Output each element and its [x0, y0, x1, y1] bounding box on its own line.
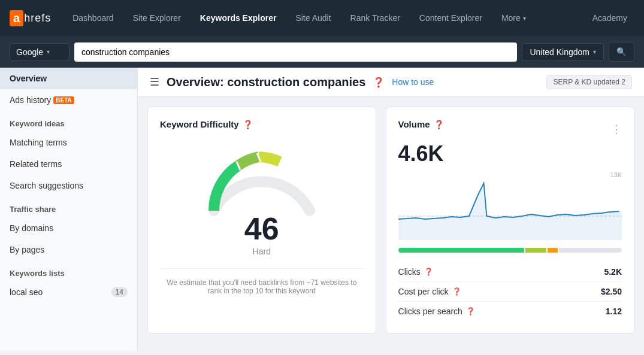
progress-gray	[559, 248, 622, 253]
sidebar-item-search-suggestions[interactable]: Search suggestions	[0, 175, 137, 196]
content-header: ☰ Overview: construction companies ❓ How…	[138, 68, 644, 97]
cps-help-icon[interactable]: ❓	[466, 307, 475, 315]
cards-row: Keyword Difficulty ❓	[138, 97, 644, 343]
engine-label: Google	[16, 47, 43, 57]
page-title: Overview: construction companies	[167, 75, 365, 89]
logo-text: hrefs	[24, 12, 51, 25]
how-to-use-link[interactable]: How to use	[392, 77, 434, 87]
serp-status: SERP & KD updated 2	[546, 75, 632, 89]
sidebar-item-related-terms[interactable]: Related terms	[0, 153, 137, 175]
ads-history-label: Ads history	[10, 95, 51, 105]
local-seo-badge: 14	[111, 287, 128, 297]
metric-clicks-label: Clicks ❓	[398, 267, 433, 277]
sidebar-section-keywords-lists: Keywords lists	[0, 260, 137, 281]
sidebar: Overview Ads history BETA Keyword ideas …	[0, 68, 138, 351]
gauge-chart	[202, 145, 322, 217]
nav-site-audit[interactable]: Site Audit	[288, 0, 338, 36]
cpc-help-icon[interactable]: ❓	[452, 287, 461, 296]
search-icon: 🔍	[616, 47, 627, 56]
engine-chevron-icon: ▾	[47, 48, 50, 55]
progress-green	[398, 248, 524, 253]
metric-cpc-label: Cost per click ❓	[398, 287, 461, 296]
help-icon[interactable]: ❓	[373, 77, 385, 88]
metric-cps: Clicks per search ❓ 1.12	[398, 302, 622, 321]
kd-label: Hard	[253, 247, 271, 256]
nav-dashboard[interactable]: Dashboard	[65, 0, 121, 36]
sidebar-item-by-domains[interactable]: By domains	[0, 217, 137, 239]
sidebar-item-by-pages[interactable]: By pages	[0, 239, 137, 260]
volume-card-title: Volume ❓	[398, 119, 444, 129]
content-area: ☰ Overview: construction companies ❓ How…	[138, 68, 644, 351]
kd-footer-text: We estimate that you'll need backlinks f…	[160, 268, 364, 295]
kd-card-title: Keyword Difficulty ❓	[160, 119, 364, 129]
beta-badge: BETA	[53, 96, 74, 104]
logo-a: a	[10, 10, 23, 26]
country-chevron-icon: ▾	[593, 48, 596, 55]
sidebar-item-ads-history[interactable]: Ads history BETA	[0, 89, 137, 111]
sidebar-item-matching-terms[interactable]: Matching terms	[0, 132, 137, 153]
country-dropdown[interactable]: United Kingdom ▾	[522, 43, 604, 61]
search-bar: Google ▾ United Kingdom ▾ 🔍	[0, 36, 644, 68]
volume-number: 4.6K	[398, 141, 622, 166]
clicks-help-icon[interactable]: ❓	[424, 268, 433, 276]
volume-help-icon[interactable]: ❓	[434, 120, 444, 129]
hamburger-icon[interactable]: ☰	[150, 75, 159, 89]
sidebar-section-keyword-ideas: Keyword ideas	[0, 111, 137, 132]
volume-more-icon[interactable]: ⋮	[611, 123, 622, 136]
volume-card-header: Volume ❓ ⋮	[398, 119, 622, 139]
volume-chart: 13K	[398, 171, 622, 243]
more-chevron-icon: ▾	[523, 15, 526, 22]
clicks-progress-bar	[398, 248, 622, 253]
nav-rank-tracker[interactable]: Rank Tracker	[343, 0, 407, 36]
sidebar-item-local-seo[interactable]: local seo 14	[0, 281, 137, 303]
main-layout: Overview Ads history BETA Keyword ideas …	[0, 68, 644, 351]
nav-keywords-explorer[interactable]: Keywords Explorer	[193, 0, 284, 36]
local-seo-label: local seo	[10, 287, 43, 297]
logo[interactable]: a hrefs	[10, 10, 51, 26]
metric-clicks: Clicks ❓ 5.2K	[398, 262, 622, 282]
nav-academy[interactable]: Academy	[585, 0, 634, 36]
volume-card: Volume ❓ ⋮ 4.6K 13K	[386, 107, 634, 333]
metric-cpc-value: $2.50	[601, 287, 622, 296]
metric-cps-label: Clicks per search ❓	[398, 307, 475, 316]
nav-more[interactable]: More ▾	[494, 0, 533, 36]
top-navigation: a hrefs Dashboard Site Explorer Keywords…	[0, 0, 644, 36]
nav-site-explorer[interactable]: Site Explorer	[126, 0, 188, 36]
engine-dropdown[interactable]: Google ▾	[10, 43, 69, 61]
metric-cps-value: 1.12	[606, 307, 622, 316]
kd-card: Keyword Difficulty ❓	[147, 107, 376, 333]
metric-cpc: Cost per click ❓ $2.50	[398, 282, 622, 302]
progress-orange	[548, 248, 558, 253]
gauge-container: 46 Hard	[160, 139, 364, 256]
metric-clicks-value: 5.2K	[604, 267, 622, 277]
kd-number: 46	[244, 211, 279, 247]
country-label: United Kingdom	[530, 47, 589, 57]
progress-yellow-green	[525, 248, 546, 253]
sidebar-item-overview[interactable]: Overview	[0, 68, 137, 89]
sidebar-section-traffic-share: Traffic share	[0, 196, 137, 217]
search-input[interactable]	[74, 43, 517, 62]
kd-help-icon[interactable]: ❓	[243, 120, 253, 129]
nav-content-explorer[interactable]: Content Explorer	[412, 0, 489, 36]
volume-line-chart	[398, 171, 622, 240]
search-button[interactable]: 🔍	[609, 42, 634, 62]
chart-max-label: 13K	[610, 171, 622, 178]
